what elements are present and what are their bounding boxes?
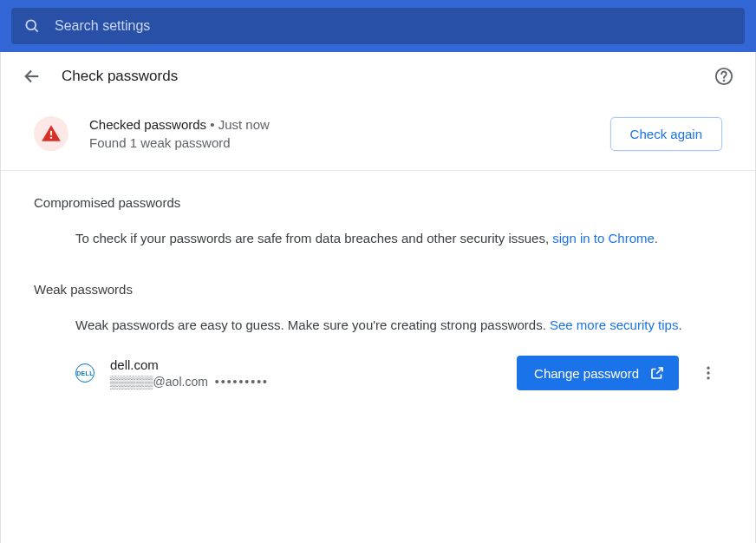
weak-section: Weak passwords Weak passwords are easy t… [1,249,755,391]
svg-rect-6 [50,137,52,139]
change-password-button[interactable]: Change password [517,356,679,390]
check-again-button[interactable]: Check again [610,117,722,151]
page-title: Check passwords [62,68,714,85]
svg-line-7 [656,368,662,374]
compromised-body: To check if your passwords are safe from… [34,229,722,249]
search-input[interactable] [55,18,733,34]
security-tips-link[interactable]: See more security tips [550,317,678,332]
site-favicon: DELL [75,363,94,383]
compromised-text-after: . [655,231,658,245]
status-time: Just now [218,117,270,132]
compromised-text-before: To check if your passwords are safe from… [75,231,552,245]
status-title: Checked passwords [89,117,206,132]
top-bar [0,0,756,52]
svg-point-10 [707,376,709,379]
weak-text-after: . [678,317,681,332]
svg-point-0 [26,20,36,29]
open-external-icon [649,365,665,381]
compromised-section: Compromised passwords To check if your p… [1,171,755,249]
weak-title: Weak passwords [34,282,722,297]
page-header: Check passwords [1,52,755,101]
change-password-label: Change password [534,366,639,381]
content-frame: Check passwords Checked passwords • Just… [0,52,756,543]
svg-rect-5 [50,131,52,135]
sign-in-link[interactable]: sign in to Chrome [552,231,655,245]
back-button[interactable] [22,66,42,87]
help-button[interactable] [714,66,734,87]
compromised-title: Compromised passwords [34,195,722,210]
svg-line-1 [35,29,38,32]
search-icon [23,17,41,35]
more-options-button[interactable] [698,363,719,383]
weak-body: Weak passwords are easy to guess. Make s… [34,316,722,336]
weak-text-before: Weak passwords are easy to guess. Make s… [75,317,550,332]
svg-point-4 [724,81,725,82]
status-subtitle: Found 1 weak password [89,135,610,150]
status-text: Checked passwords • Just now Found 1 wea… [89,117,610,150]
warning-icon [34,116,68,151]
site-domain: dell.com [110,357,517,372]
site-username: ▒▒▒▒▒@aol.com••••••••• [110,375,517,389]
search-container[interactable] [11,8,745,44]
svg-point-8 [707,367,709,370]
svg-point-9 [707,371,709,374]
site-info: dell.com ▒▒▒▒▒@aol.com••••••••• [110,357,517,389]
weak-password-item: DELL dell.com ▒▒▒▒▒@aol.com••••••••• Cha… [34,343,722,390]
status-row: Checked passwords • Just now Found 1 wea… [1,101,755,171]
